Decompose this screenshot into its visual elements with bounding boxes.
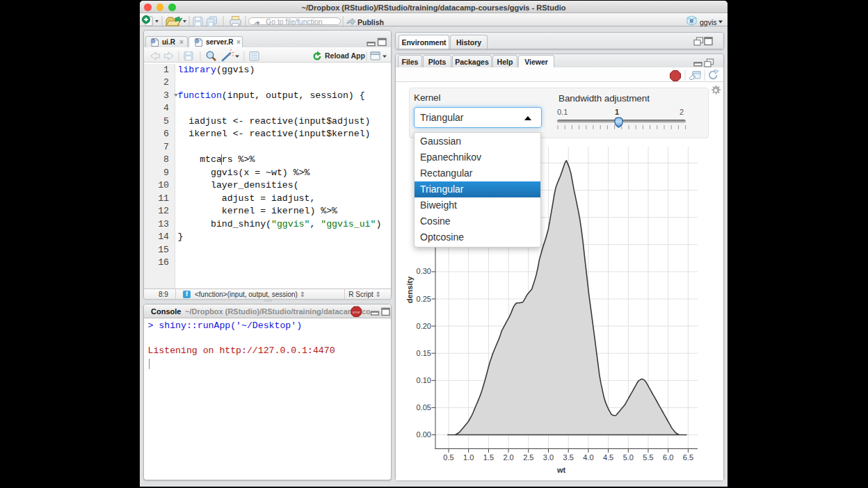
svg-text:0.30: 0.30 <box>417 267 431 275</box>
svg-text:0.5: 0.5 <box>443 453 453 462</box>
svg-text:6.5: 6.5 <box>683 453 693 462</box>
svg-text:5.5: 5.5 <box>643 453 653 462</box>
svg-text:R: R <box>195 39 198 43</box>
svg-text:5.0: 5.0 <box>623 453 634 462</box>
svg-text:wt: wt <box>556 466 566 474</box>
svg-text:R: R <box>152 39 154 43</box>
svg-text:STOP: STOP <box>353 311 360 314</box>
svg-text:1.5: 1.5 <box>483 453 494 462</box>
svg-text:0.00: 0.00 <box>417 430 431 439</box>
svg-text:R: R <box>690 18 694 24</box>
svg-text:density: density <box>405 276 414 303</box>
svg-text:2.0: 2.0 <box>503 453 513 462</box>
svg-text:3.0: 3.0 <box>543 453 554 462</box>
svg-text:4.0: 4.0 <box>583 453 593 462</box>
svg-text:0.20: 0.20 <box>417 322 431 330</box>
svg-text:0.05: 0.05 <box>417 403 431 412</box>
svg-text:0.25: 0.25 <box>417 295 431 303</box>
svg-text:6.0: 6.0 <box>663 453 673 462</box>
svg-text:3.5: 3.5 <box>563 453 574 462</box>
svg-text:0.15: 0.15 <box>417 349 431 357</box>
svg-text:0.10: 0.10 <box>417 376 431 384</box>
svg-text:1.0: 1.0 <box>463 453 474 462</box>
svg-text:2.5: 2.5 <box>523 453 533 462</box>
svg-text:4.5: 4.5 <box>603 453 613 462</box>
